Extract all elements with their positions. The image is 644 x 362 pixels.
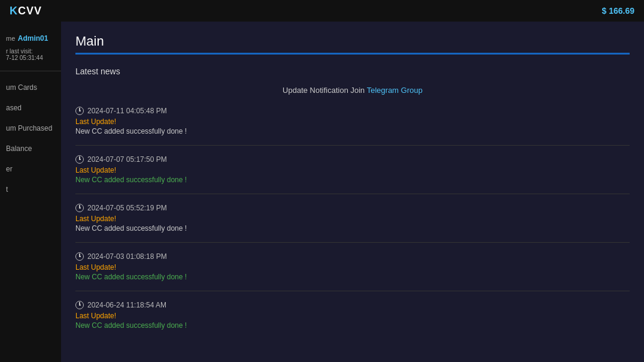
news-date-text-3: 2024-07-05 05:52:19 PM xyxy=(87,204,167,212)
news-date-text-1: 2024-07-11 04:05:48 PM xyxy=(87,107,167,115)
news-message-3: New CC added successfully done ! xyxy=(75,224,630,233)
sidebar-item-premium-purchased[interactable]: um Purchased xyxy=(0,118,61,138)
sidebar-username: Admin01 xyxy=(18,34,48,43)
sidebar-item-logout[interactable]: t xyxy=(0,179,61,200)
news-date-3: 2024-07-05 05:52:19 PM xyxy=(75,204,630,212)
clock-icon-2 xyxy=(75,155,84,164)
news-date-text-4: 2024-07-03 01:08:18 PM xyxy=(87,252,167,261)
news-update-label-2: Last Update! xyxy=(75,166,630,174)
news-date-2: 2024-07-07 05:17:50 PM xyxy=(75,155,630,164)
news-divider-2 xyxy=(75,194,630,194)
news-date-text-5: 2024-06-24 11:18:54 AM xyxy=(87,301,166,309)
main-content: Main Latest news Update Notification Joi… xyxy=(61,22,644,362)
clock-icon-3 xyxy=(75,204,84,212)
notification-text: Update Notification Join xyxy=(282,86,367,95)
news-message-4: New CC added successfully done ! xyxy=(75,273,630,281)
news-date-5: 2024-06-24 11:18:54 AM xyxy=(75,301,630,309)
news-update-label-3: Last Update! xyxy=(75,215,630,223)
sidebar-item-premium-cards[interactable]: um Cards xyxy=(0,77,61,98)
clock-icon-4 xyxy=(75,252,84,261)
page-title: Main xyxy=(75,34,630,49)
news-message-2: New CC added successfully done ! xyxy=(75,176,630,184)
sidebar-nav: um Cards ased um Purchased Balance er t xyxy=(0,77,61,200)
news-divider-1 xyxy=(75,145,630,146)
news-update-label-1: Last Update! xyxy=(75,117,630,126)
news-date-4: 2024-07-03 01:08:18 PM xyxy=(75,252,630,261)
news-item-1: 2024-07-11 04:05:48 PM Last Update! New … xyxy=(75,107,630,135)
news-list: 2024-07-11 04:05:48 PM Last Update! New … xyxy=(75,107,630,330)
clock-icon-1 xyxy=(75,107,84,115)
news-update-label-5: Last Update! xyxy=(75,312,630,320)
clock-icon-5 xyxy=(75,301,84,309)
title-underline xyxy=(75,53,630,55)
news-date-text-2: 2024-07-07 05:17:50 PM xyxy=(87,155,167,164)
logo-cvv: CVV xyxy=(18,5,42,17)
news-item-5: 2024-06-24 11:18:54 AM Last Update! New … xyxy=(75,301,630,330)
news-item-4: 2024-07-03 01:08:18 PM Last Update! New … xyxy=(75,252,630,281)
main-layout: me Admin01 r last visit: 7-12 05:31:44 u… xyxy=(0,22,644,362)
news-divider-4 xyxy=(75,291,630,291)
news-message-1: New CC added successfully done ! xyxy=(75,127,630,135)
sidebar-user-label: me xyxy=(6,35,15,42)
news-divider-3 xyxy=(75,242,630,243)
sidebar-user-section: me Admin01 r last visit: 7-12 05:31:44 xyxy=(0,29,61,65)
section-title: Latest news xyxy=(75,67,630,76)
news-date-1: 2024-07-11 04:05:48 PM xyxy=(75,107,630,115)
logo: KCVV xyxy=(10,5,42,17)
sidebar-visit-date: 7-12 05:31:44 xyxy=(6,55,55,61)
news-message-5: New CC added successfully done ! xyxy=(75,321,630,330)
sidebar-item-balance[interactable]: Balance xyxy=(0,138,61,159)
sidebar-divider-1 xyxy=(0,71,61,71)
sidebar-visit-label: r last visit: xyxy=(6,48,55,55)
telegram-link[interactable]: Telegram Group xyxy=(367,86,423,95)
top-header: KCVV $ 166.69 xyxy=(0,0,644,22)
sidebar: me Admin01 r last visit: 7-12 05:31:44 u… xyxy=(0,22,61,362)
news-item-3: 2024-07-05 05:52:19 PM Last Update! New … xyxy=(75,204,630,233)
sidebar-item-user[interactable]: er xyxy=(0,159,61,179)
balance-display: $ 166.69 xyxy=(602,6,635,16)
logo-k: K xyxy=(10,5,18,17)
news-item-2: 2024-07-07 05:17:50 PM Last Update! New … xyxy=(75,155,630,184)
notification-bar: Update Notification Join Telegram Group xyxy=(75,86,630,95)
sidebar-item-purchased[interactable]: ased xyxy=(0,98,61,118)
news-update-label-4: Last Update! xyxy=(75,263,630,272)
